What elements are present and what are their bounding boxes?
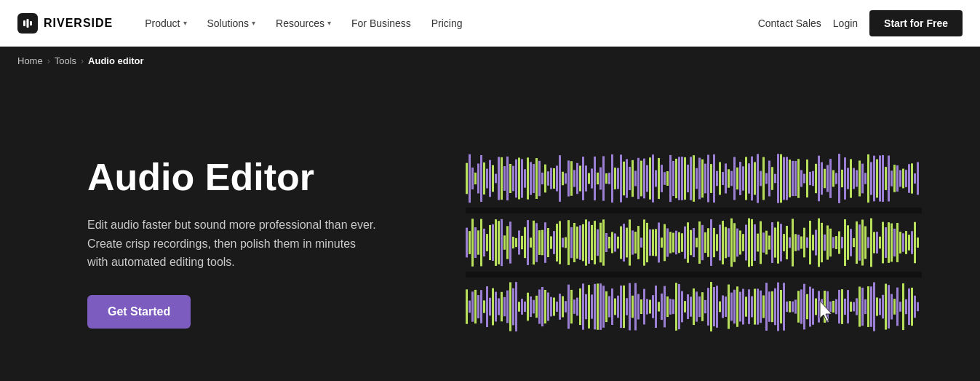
waveform-track-1 [466,149,922,208]
nav-links: Product ▾ Solutions ▾ Resources ▾ For Bu… [136,12,757,35]
hero-title: Audio Editor [87,157,466,198]
waveform-separator-1 [466,208,922,213]
nav-item-product[interactable]: Product ▾ [136,12,195,35]
waveform-track-2 [466,213,922,272]
breadcrumb-tools[interactable]: Tools [55,55,76,66]
logo-icon [17,13,38,34]
hero-section: Audio Editor Edit audio faster but sound… [0,75,980,381]
nav-right: Contact Sales Login Start for Free [758,10,963,36]
breadcrumb-sep-1: › [47,56,50,66]
svg-rect-0 [23,20,25,26]
chevron-down-icon: ▾ [183,19,187,27]
waveform-separator-2 [466,272,922,278]
nav-item-pricing[interactable]: Pricing [423,12,471,35]
nav-item-resources[interactable]: Resources ▾ [267,12,340,35]
chevron-down-icon: ▾ [327,19,331,27]
login-link[interactable]: Login [833,17,858,29]
hero-waveform [466,104,922,381]
navigation: RIVERSIDE Product ▾ Solutions ▾ Resource… [0,0,980,47]
nav-item-solutions[interactable]: Solutions ▾ [199,12,265,35]
start-for-free-button[interactable]: Start for Free [869,10,963,36]
waveform-visualization [466,149,922,336]
svg-rect-2 [30,21,32,25]
hero-description: Edit audio faster but sound more profess… [87,216,378,272]
contact-sales-link[interactable]: Contact Sales [758,17,821,29]
get-started-button[interactable]: Get Started [87,295,191,329]
waveform-track-3 [466,278,922,336]
breadcrumb: Home › Tools › Audio editor [0,47,980,75]
svg-rect-1 [27,19,29,28]
breadcrumb-current: Audio editor [88,55,144,66]
hero-content: Audio Editor Edit audio faster but sound… [87,157,466,329]
chevron-down-icon: ▾ [252,19,255,27]
breadcrumb-sep-2: › [81,56,84,66]
logo[interactable]: RIVERSIDE [17,13,113,34]
logo-text: RIVERSIDE [44,17,113,30]
nav-item-for-business[interactable]: For Business [343,12,420,35]
breadcrumb-home[interactable]: Home [17,55,43,66]
